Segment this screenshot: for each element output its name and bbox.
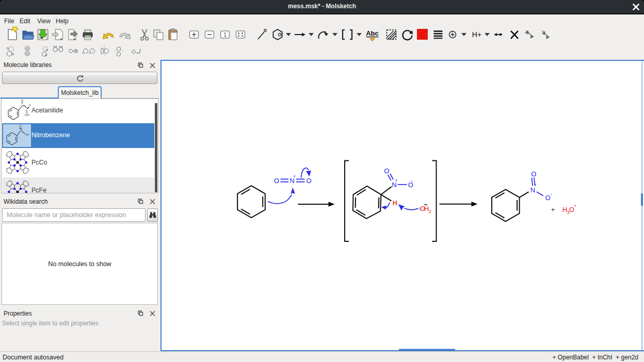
- svg-text:O: O: [384, 167, 389, 175]
- svg-text:+: +: [395, 178, 397, 183]
- svg-text:+: +: [551, 206, 555, 213]
- svg-text:+: +: [293, 174, 296, 179]
- svg-text:-: -: [411, 178, 412, 184]
- svg-text:+: +: [574, 203, 576, 208]
- svg-text:O: O: [274, 177, 279, 185]
- svg-text:-: -: [551, 191, 552, 197]
- svg-text:O: O: [531, 170, 536, 178]
- svg-text:H: H: [393, 200, 397, 207]
- svg-text:H: H: [562, 206, 567, 213]
- svg-text:2: 2: [428, 209, 431, 214]
- svg-text:O: O: [545, 194, 550, 202]
- svg-text:O: O: [306, 177, 311, 185]
